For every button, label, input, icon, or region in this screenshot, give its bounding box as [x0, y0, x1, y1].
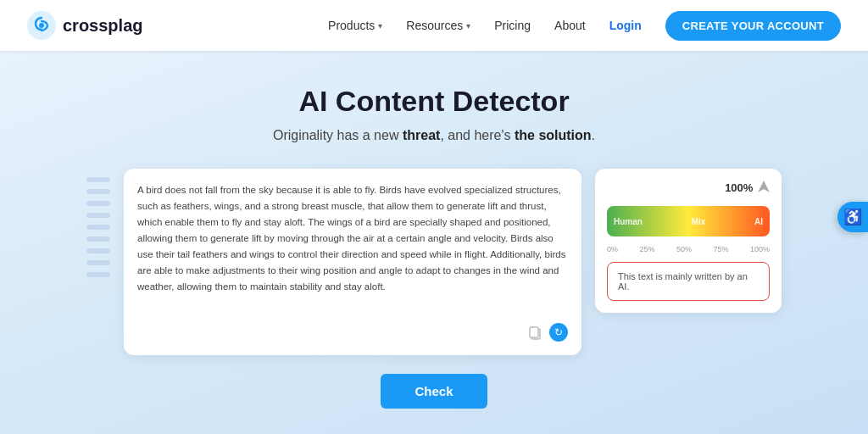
- nav-links: Products ▾ Resources ▾ Pricing About Log…: [328, 11, 841, 41]
- resources-chevron-icon: ▾: [466, 21, 470, 31]
- create-account-button[interactable]: CREATE YOUR ACCOUNT: [665, 11, 841, 41]
- sidebar-line: [86, 272, 110, 277]
- sidebar-line: [86, 189, 110, 194]
- svg-marker-4: [758, 181, 770, 192]
- sidebar-line: [86, 236, 110, 242]
- bar-labels: Human Mix AI: [607, 217, 770, 226]
- hero-section: AI Content Detector Originality has a ne…: [0, 51, 868, 434]
- svg-rect-3: [530, 327, 538, 337]
- sample-text[interactable]: A bird does not fall from the sky becaus…: [137, 182, 568, 295]
- hero-subtitle: Originality has a new threat, and here's…: [273, 128, 595, 143]
- logo[interactable]: crossplag: [27, 11, 142, 40]
- sidebar-line: [86, 213, 110, 218]
- sidebar-line: [86, 248, 110, 253]
- accessibility-button[interactable]: ♿: [837, 202, 868, 232]
- svg-point-1: [39, 23, 44, 28]
- nav-item-resources[interactable]: Resources ▾: [406, 19, 470, 32]
- text-input-panel: A bird does not fall from the sky becaus…: [124, 169, 581, 355]
- nav-item-about[interactable]: About: [554, 19, 586, 32]
- navbar: crossplag Products ▾ Resources ▾ Pricing…: [0, 0, 868, 51]
- sidebar-decoration: [86, 169, 110, 277]
- text-panel-footer: ↻: [137, 323, 568, 342]
- refresh-icon[interactable]: ↻: [549, 323, 568, 342]
- check-button[interactable]: Check: [381, 374, 487, 409]
- copy-icon[interactable]: [527, 325, 542, 340]
- sidebar-line: [86, 177, 110, 182]
- percent-display: 100%: [607, 181, 770, 198]
- gradient-bar: Human Mix AI: [607, 206, 770, 236]
- sidebar-line: [86, 260, 110, 265]
- nav-item-products[interactable]: Products ▾: [328, 19, 382, 32]
- bar-label-human: Human: [614, 217, 643, 226]
- result-panel: 100% Human Mix AI 0% 25% 50% 75% 100% Th…: [595, 169, 782, 313]
- hero-title: AI Content Detector: [298, 85, 569, 118]
- demo-area: A bird does not fall from the sky becaus…: [86, 169, 782, 355]
- login-link[interactable]: Login: [609, 19, 642, 32]
- nav-item-pricing[interactable]: Pricing: [494, 19, 531, 32]
- logo-icon: [27, 11, 56, 40]
- products-chevron-icon: ▾: [378, 21, 382, 31]
- check-button-wrap: Check: [381, 374, 487, 409]
- percent-arrow-icon: [758, 181, 770, 198]
- result-message: This text is mainly written by an AI.: [607, 262, 770, 301]
- logo-text: crossplag: [63, 16, 142, 36]
- bar-label-ai: AI: [754, 217, 763, 226]
- bar-label-mix: Mix: [692, 217, 706, 226]
- sidebar-line: [86, 225, 110, 230]
- scale-labels: 0% 25% 50% 75% 100%: [607, 245, 770, 253]
- sidebar-line: [86, 201, 110, 206]
